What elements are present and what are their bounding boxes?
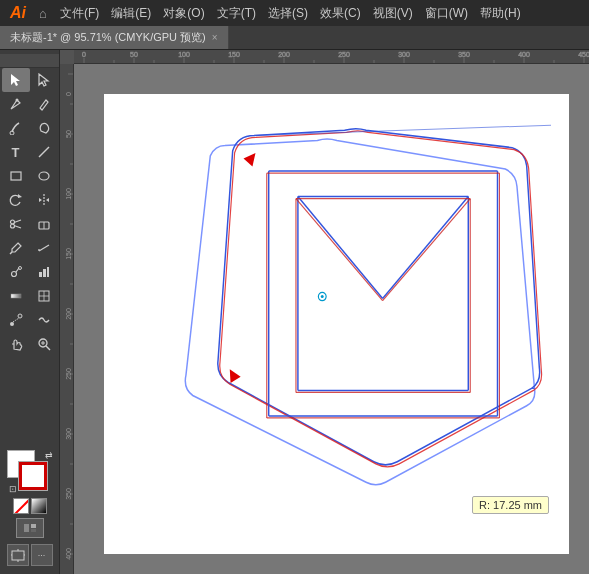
svg-line-33	[46, 346, 50, 350]
radius-label: R: 17.25 mm	[479, 499, 542, 511]
svg-rect-41	[12, 551, 24, 560]
reflect-tool[interactable]	[30, 188, 58, 212]
menu-effect[interactable]: 效果(C)	[314, 0, 367, 26]
pencil-tool[interactable]	[30, 92, 58, 116]
tool-row-scissors	[0, 212, 59, 236]
tool-row-brush	[0, 116, 59, 140]
rectangle-tool[interactable]	[2, 164, 30, 188]
select-tool[interactable]	[2, 68, 30, 92]
svg-text:400: 400	[65, 548, 72, 560]
menu-bar: Ai ⌂ 文件(F) 编辑(E) 对象(O) 文字(T) 选择(S) 效果(C)…	[0, 0, 589, 26]
artboard-tool[interactable]	[7, 544, 29, 566]
default-colors-icon[interactable]: ⊡	[9, 484, 17, 494]
gradient-tool[interactable]	[2, 284, 30, 308]
svg-rect-38	[24, 524, 29, 532]
svg-point-2	[15, 99, 18, 102]
svg-text:450: 450	[578, 51, 589, 58]
radius-tooltip: R: 17.25 mm	[472, 496, 549, 514]
svg-text:0: 0	[65, 92, 72, 96]
main-layout: T	[0, 50, 589, 574]
tab-document[interactable]: 未标题-1* @ 95.71% (CMYK/GPU 预览) ×	[0, 26, 229, 49]
svg-marker-9	[39, 198, 42, 202]
measure-tool[interactable]	[30, 236, 58, 260]
gradient-color-box[interactable]	[31, 498, 47, 514]
menu-file[interactable]: 文件(F)	[54, 0, 105, 26]
rotate-tool[interactable]	[2, 188, 30, 212]
extra-tools: ···	[7, 544, 53, 566]
svg-point-29	[10, 322, 14, 326]
ruler-corner	[0, 54, 59, 68]
svg-text:50: 50	[130, 51, 138, 58]
fill-stroke-group[interactable]: ⇄ ⊡	[7, 450, 53, 494]
pen-tool[interactable]	[2, 92, 30, 116]
menu-text[interactable]: 文字(T)	[211, 0, 262, 26]
eraser-tool[interactable]	[30, 212, 58, 236]
tab-label: 未标题-1* @ 95.71% (CMYK/GPU 预览)	[10, 30, 206, 45]
svg-text:100: 100	[65, 188, 72, 200]
no-color-box[interactable]	[13, 498, 29, 514]
blend-tool[interactable]	[2, 308, 30, 332]
svg-text:350: 350	[458, 51, 470, 58]
type-tool[interactable]: T	[2, 140, 30, 164]
brush-tool[interactable]	[2, 116, 30, 140]
home-icon[interactable]: ⌂	[32, 6, 54, 21]
tool-row-pen	[0, 92, 59, 116]
menu-window[interactable]: 窗口(W)	[419, 0, 474, 26]
svg-text:250: 250	[338, 51, 350, 58]
svg-text:250: 250	[65, 368, 72, 380]
svg-rect-24	[47, 267, 49, 277]
symbol-sprayer-tool[interactable]	[2, 260, 30, 284]
menu-select[interactable]: 选择(S)	[262, 0, 314, 26]
libraries-button[interactable]: ···	[31, 544, 53, 566]
tool-row-hand	[0, 332, 59, 356]
svg-point-30	[18, 314, 22, 318]
eyedropper-tool[interactable]	[2, 236, 30, 260]
svg-rect-25	[11, 294, 21, 298]
line-tool[interactable]	[30, 140, 58, 164]
svg-rect-46	[74, 50, 589, 64]
svg-point-20	[11, 272, 16, 277]
scissors-tool[interactable]	[2, 212, 30, 236]
color-section: ⇄ ⊡ ···	[0, 446, 59, 570]
menu-help[interactable]: 帮助(H)	[474, 0, 527, 26]
menu-view[interactable]: 视图(V)	[367, 0, 419, 26]
app-logo: Ai	[4, 4, 32, 22]
svg-marker-10	[46, 198, 49, 202]
svg-text:200: 200	[65, 308, 72, 320]
tool-row-select	[0, 68, 59, 92]
ellipse-tool[interactable]	[30, 164, 58, 188]
hand-tool[interactable]	[2, 332, 30, 356]
canvas-area[interactable]: R: 17.25 mm	[74, 64, 589, 574]
warp-tool[interactable]	[30, 308, 58, 332]
svg-text:350: 350	[65, 488, 72, 500]
swap-colors-icon[interactable]: ⇄	[45, 450, 53, 460]
svg-text:300: 300	[65, 428, 72, 440]
svg-rect-22	[39, 272, 42, 277]
ruler-horizontal: 0 50 100 150 200 250 300 350 400	[74, 50, 589, 64]
tab-close-button[interactable]: ×	[212, 32, 218, 43]
stroke-color-box[interactable]	[19, 462, 47, 490]
direct-select-tool[interactable]	[30, 68, 58, 92]
canvas-container: 0 50 100 150 200 250 300 350 400	[60, 50, 589, 574]
menu-object[interactable]: 对象(O)	[157, 0, 210, 26]
svg-rect-23	[43, 269, 46, 277]
chart-tool[interactable]	[30, 260, 58, 284]
toolbar: T	[0, 50, 60, 574]
tool-row-rotate	[0, 188, 59, 212]
svg-text:50: 50	[65, 130, 72, 138]
tool-row-eyedropper	[0, 236, 59, 260]
mesh-tool[interactable]	[30, 284, 58, 308]
svg-rect-40	[31, 529, 36, 532]
screen-mode-button[interactable]	[16, 518, 44, 538]
svg-text:0: 0	[82, 51, 86, 58]
svg-marker-7	[18, 194, 22, 198]
svg-line-13	[14, 220, 21, 223]
artboard	[104, 94, 569, 554]
tool-row-gradient	[0, 284, 59, 308]
svg-text:200: 200	[278, 51, 290, 58]
zoom-tool[interactable]	[30, 332, 58, 356]
svg-line-14	[14, 226, 21, 229]
svg-point-21	[18, 267, 21, 270]
menu-edit[interactable]: 编辑(E)	[105, 0, 157, 26]
blob-brush-tool[interactable]	[30, 116, 58, 140]
